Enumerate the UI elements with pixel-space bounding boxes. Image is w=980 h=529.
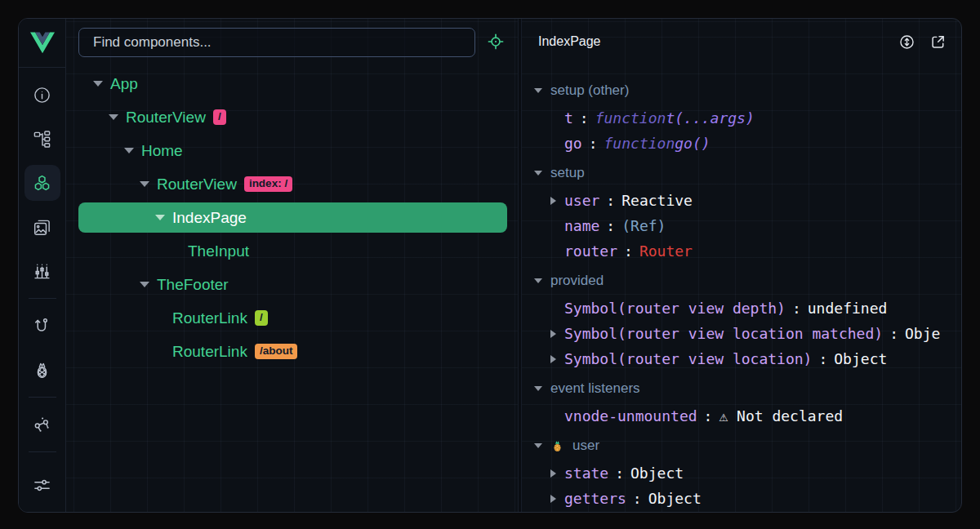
- sidebar-item-pages[interactable]: [24, 205, 61, 249]
- state-value: t(...args): [666, 109, 754, 127]
- section-header[interactable]: setup (other): [534, 76, 961, 105]
- state-value: go(): [675, 135, 710, 152]
- inspector-section: userstate:Objectgetters:Object: [534, 431, 961, 511]
- state-row[interactable]: Symbol(router view location matched):Obj…: [534, 321, 961, 346]
- crosshair-target-icon: [487, 33, 505, 51]
- sidebar-divider: [29, 298, 56, 299]
- route-badge: index: /: [244, 176, 292, 192]
- expand-toggle-icon[interactable]: [550, 197, 556, 205]
- state-value: Object: [648, 490, 702, 507]
- collapse-toggle-icon[interactable]: [155, 215, 165, 220]
- route-badge: /about: [255, 344, 298, 359]
- inspector-panel: IndexPage setup (other)t:function t(...a…: [522, 19, 961, 512]
- state-row[interactable]: state:Object: [534, 460, 961, 486]
- collapse-toggle-icon[interactable]: [534, 171, 542, 176]
- expand-toggle-icon[interactable]: [550, 495, 556, 503]
- sidebar-divider: [29, 451, 56, 452]
- tree-node-label: IndexPage: [172, 209, 247, 227]
- collapse-toggle-icon[interactable]: [534, 443, 542, 448]
- state-value: function: [595, 109, 666, 127]
- section-label: setup: [550, 165, 585, 181]
- tree-node-indexpage[interactable]: IndexPage: [66, 201, 518, 234]
- tree-node-theinput[interactable]: TheInput: [66, 234, 518, 268]
- sidebar-item-components[interactable]: [24, 165, 60, 201]
- state-value: Reactive: [621, 192, 693, 209]
- sidebar-item-component-tree[interactable]: [24, 117, 61, 161]
- sidebar-item-pinia[interactable]: [24, 348, 61, 392]
- sidebar-item-info[interactable]: [24, 73, 61, 117]
- state-row: t:function t(...args): [534, 105, 961, 131]
- section-label: user: [572, 438, 599, 454]
- state-value: undefined: [808, 300, 888, 317]
- collapse-toggle-icon[interactable]: [93, 81, 103, 87]
- state-row: name: (Ref): [534, 213, 961, 238]
- tree-node-label: App: [110, 75, 138, 93]
- tree-node-label: RouterLink: [172, 309, 247, 327]
- state-value: ⚠ Not declared: [719, 407, 843, 425]
- state-row[interactable]: getters:Object: [534, 486, 961, 511]
- tree-node-home[interactable]: Home: [66, 134, 518, 167]
- state-row[interactable]: Symbol(router view location):Object: [534, 346, 961, 371]
- state-value: Obje: [905, 325, 940, 342]
- expand-toggle-icon[interactable]: [550, 469, 556, 478]
- router-icon: [33, 317, 51, 336]
- sidebar-item-settings[interactable]: [24, 463, 61, 507]
- state-value: Object: [630, 465, 684, 482]
- collapse-toggle-icon[interactable]: [534, 278, 542, 283]
- section-header[interactable]: user: [534, 431, 961, 460]
- inspect-component-button[interactable]: [487, 33, 506, 52]
- search-input[interactable]: [78, 28, 475, 57]
- pages-icon: [33, 218, 51, 237]
- open-in-editor-icon: [929, 33, 947, 51]
- vue-devtools-window: AppRouterView/HomeRouterViewindex: /Inde…: [18, 18, 962, 513]
- section-header[interactable]: setup: [534, 158, 961, 188]
- state-row[interactable]: user:Reactive: [534, 188, 961, 213]
- tree-node-routerlink[interactable]: RouterLink/about: [66, 335, 518, 368]
- state-row: go:function go(): [534, 131, 961, 156]
- open-in-editor-button[interactable]: [929, 33, 947, 51]
- expand-toggle-icon[interactable]: [550, 355, 556, 363]
- inspector-section: event listenersvnode-unmounted:⚠ Not dec…: [534, 374, 961, 429]
- section-header[interactable]: provided: [534, 266, 961, 296]
- state-value: Router: [639, 242, 693, 260]
- sidebar-item-graph[interactable]: [24, 402, 61, 447]
- state-key: user: [564, 192, 599, 209]
- collapse-toggle-icon[interactable]: [140, 282, 149, 287]
- collapse-toggle-icon[interactable]: [109, 114, 118, 120]
- tree-node-app[interactable]: App: [66, 67, 518, 100]
- collapse-toggle-icon[interactable]: [534, 88, 542, 93]
- component-tree-icon: [33, 130, 51, 149]
- tree-node-label: RouterLink: [172, 343, 247, 361]
- expand-toggle-icon[interactable]: [550, 330, 556, 338]
- state-key: Symbol(router view location): [564, 350, 812, 367]
- state-value: Object: [834, 350, 887, 367]
- state-key: state: [564, 465, 608, 482]
- collapse-toggle-icon[interactable]: [124, 148, 134, 153]
- vue-logo-icon: [30, 32, 55, 54]
- state-key: vnode-unmounted: [564, 407, 697, 425]
- sidebar-item-router[interactable]: [24, 304, 61, 348]
- sidebar-item-assets[interactable]: [24, 249, 61, 293]
- tree-node-routerlink[interactable]: RouterLink/: [66, 301, 518, 335]
- state-key: go: [564, 135, 582, 152]
- settings-icon: [33, 476, 51, 495]
- state-key: t: [564, 109, 573, 127]
- inspector-section: setupuser:Reactivename: (Ref)router:Rout…: [534, 158, 961, 264]
- state-row: router:Router: [534, 238, 961, 264]
- route-badge: /: [255, 310, 268, 326]
- state-value: (Ref): [621, 217, 666, 234]
- tree-node-thefooter[interactable]: TheFooter: [66, 268, 518, 301]
- section-header[interactable]: event listeners: [534, 374, 961, 403]
- sidebar: [19, 19, 66, 512]
- tree-node-routerview[interactable]: RouterView/: [66, 100, 518, 134]
- vue-logo[interactable]: [19, 19, 65, 68]
- tree-node-routerview[interactable]: RouterViewindex: /: [66, 167, 518, 201]
- graph-icon: [33, 416, 51, 434]
- inspector-body: setup (other)t:function t(...args)go:fun…: [522, 64, 961, 512]
- collapse-toggle-icon[interactable]: [534, 386, 542, 391]
- sidebar-divider: [29, 397, 56, 398]
- scroll-to-component-button[interactable]: [898, 33, 915, 51]
- component-tree: AppRouterView/HomeRouterViewindex: /Inde…: [66, 66, 518, 512]
- section-label: provided: [550, 273, 604, 289]
- collapse-toggle-icon[interactable]: [140, 181, 149, 187]
